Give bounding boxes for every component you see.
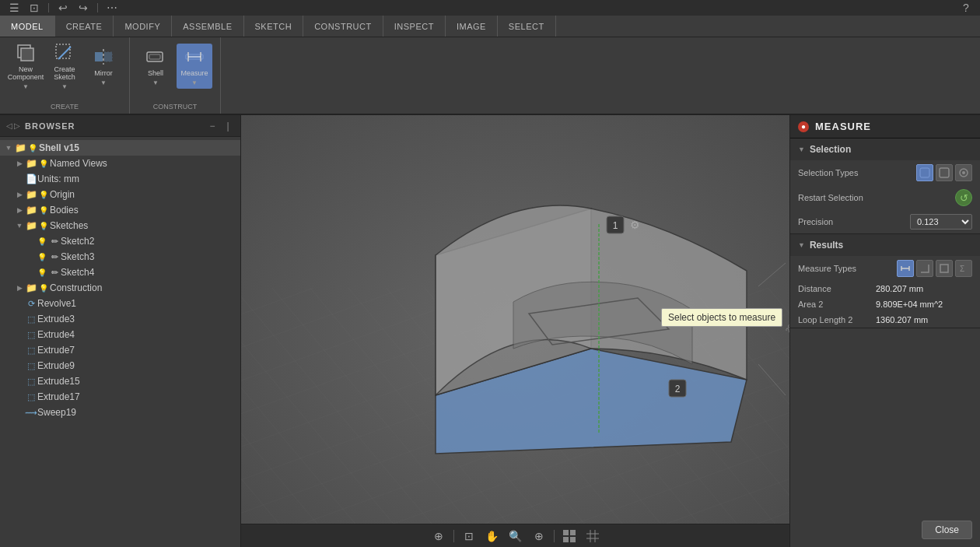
tree-item-origin[interactable]: ▶ 📁 💡 Origin bbox=[0, 187, 240, 202]
ribbon-measure[interactable]: Measure ▼ bbox=[177, 44, 212, 89]
zoom-extent-btn[interactable]: ⊕ bbox=[529, 528, 549, 545]
selection-type-edge-btn[interactable] bbox=[936, 164, 953, 181]
tab-inspect[interactable]: INSPECT bbox=[383, 16, 446, 37]
precision-row: Precision 0.1 0.12 0.123 0.1234 bbox=[790, 210, 980, 233]
distance-label: Distance bbox=[798, 284, 876, 293]
folder-icon: 📁 bbox=[14, 142, 26, 154]
sep bbox=[554, 530, 555, 542]
measure-type-distance-btn[interactable] bbox=[897, 260, 914, 277]
selection-type-vertex-btn[interactable] bbox=[955, 164, 972, 181]
light-icon: 💡 bbox=[37, 282, 50, 294]
ribbon-mirror[interactable]: Mirror ▼ bbox=[86, 44, 121, 89]
menu-icon[interactable]: ☰ bbox=[6, 2, 22, 14]
selection-type-face-btn[interactable] bbox=[916, 164, 933, 181]
close-button[interactable]: Close bbox=[922, 521, 972, 539]
section-arrow-icon: ▼ bbox=[798, 241, 805, 249]
tree-item-root[interactable]: ▼ 📁 💡 Shell v15 bbox=[0, 140, 240, 156]
browser-expand-btn[interactable]: | bbox=[222, 120, 234, 132]
share-icon[interactable]: ⋯ bbox=[104, 2, 120, 14]
tree-item-named-views[interactable]: ▶ 📁 💡 Named Views bbox=[0, 156, 240, 171]
browser-collapse-btn[interactable]: − bbox=[206, 120, 219, 132]
tree-item-sketches[interactable]: ▼ 📁 💡 Sketches bbox=[0, 218, 240, 233]
expand-bodies[interactable]: ▶ bbox=[14, 205, 25, 216]
expand-origin[interactable]: ▶ bbox=[14, 189, 25, 200]
panel-header: ● MEASURE bbox=[790, 115, 980, 139]
section-arrow-icon: ▼ bbox=[798, 146, 805, 153]
sweep-icon: ⟿ bbox=[25, 406, 37, 419]
tab-create[interactable]: CREATE bbox=[55, 16, 114, 37]
display-mode-btn[interactable] bbox=[559, 528, 579, 545]
tree-item-extrude4[interactable]: ⬚ Extrude4 bbox=[0, 327, 240, 342]
precision-select[interactable]: 0.1 0.12 0.123 0.1234 bbox=[910, 214, 972, 230]
svg-rect-28 bbox=[563, 530, 569, 535]
selection-types-label: Selection Types bbox=[798, 168, 912, 177]
ribbon-shell[interactable]: Shell ▼ bbox=[138, 44, 173, 89]
tree-item-extrude15[interactable]: ⬚ Extrude15 bbox=[0, 373, 240, 389]
ribbon-create-sketch[interactable]: CreateSketch ▼ bbox=[47, 44, 82, 89]
tree-item-extrude17[interactable]: ⬚ Extrude17 bbox=[0, 389, 240, 405]
redo-icon[interactable]: ↪ bbox=[75, 2, 91, 14]
menu-bar: MODEL CREATE MODIFY ASSEMBLE SKETCH CONS… bbox=[0, 16, 980, 37]
browser-nav: ◁ ▷ bbox=[6, 121, 20, 130]
create-sketch-label: CreateSketch bbox=[54, 66, 75, 82]
tree-item-sketch3[interactable]: 💡 ✏ Sketch3 bbox=[0, 249, 240, 265]
tab-modify[interactable]: MODIFY bbox=[114, 16, 172, 37]
pan-btn[interactable]: ✋ bbox=[482, 528, 502, 545]
tab-image[interactable]: IMAGE bbox=[446, 16, 498, 37]
results-section: ▼ Results Measure Types Σ bbox=[790, 234, 980, 328]
measure-types-label: Measure Types bbox=[798, 264, 892, 273]
viewport[interactable]: 1 ⚙ 2 280 Select objects to measure ⊕ ⊡ … bbox=[241, 115, 789, 547]
main-area: ◁ ▷ BROWSER − | ▼ 📁 💡 Shell v15 ▶ 📁 💡 bbox=[0, 115, 980, 547]
distance-value: 280.207 mm bbox=[876, 284, 923, 293]
tree-item-sketch4[interactable]: 💡 ✏ Sketch4 bbox=[0, 265, 240, 280]
panel-footer: Close bbox=[790, 513, 980, 547]
expand-sketch4 bbox=[25, 267, 36, 278]
back-arrow-icon[interactable]: ◁ bbox=[6, 121, 12, 130]
tree-item-units[interactable]: 📄 Units: mm bbox=[0, 171, 240, 187]
zoom-in-btn[interactable]: 🔍 bbox=[506, 528, 526, 545]
folder-icon: 📁 bbox=[25, 219, 37, 232]
separator bbox=[48, 3, 49, 12]
tab-select[interactable]: SELECT bbox=[498, 16, 556, 37]
undo-icon[interactable]: ↩ bbox=[55, 2, 71, 14]
expand-named-views[interactable]: ▶ bbox=[14, 158, 25, 169]
tree-item-bodies[interactable]: ▶ 📁 💡 Bodies bbox=[0, 202, 240, 218]
light-icon: 💡 bbox=[26, 142, 39, 154]
forward-arrow-icon[interactable]: ▷ bbox=[14, 121, 20, 130]
panel-close-icon[interactable]: ● bbox=[798, 121, 809, 132]
measure-type-angle-btn[interactable] bbox=[916, 260, 933, 277]
tab-model[interactable]: MODEL bbox=[0, 16, 55, 37]
help-icon[interactable]: ? bbox=[958, 2, 974, 14]
grid-btn[interactable] bbox=[583, 528, 603, 545]
tab-construct[interactable]: CONSTRUCT bbox=[303, 16, 383, 37]
browser-header: ◁ ▷ BROWSER − | bbox=[0, 115, 240, 137]
tab-sketch[interactable]: SKETCH bbox=[244, 16, 304, 37]
fit-view-btn[interactable]: ⊡ bbox=[459, 528, 479, 545]
svg-text:1: 1 bbox=[613, 220, 618, 231]
tree-item-extrude9[interactable]: ⬚ Extrude9 bbox=[0, 358, 240, 373]
measure-type-area-btn[interactable] bbox=[936, 260, 953, 277]
tree-item-construction[interactable]: ▶ 📁 💡 Construction bbox=[0, 280, 240, 296]
expand-construction[interactable]: ▶ bbox=[14, 282, 25, 293]
expand-sketches[interactable]: ▼ bbox=[14, 220, 25, 231]
tree-item-revolve1[interactable]: ⟳ Revolve1 bbox=[0, 296, 240, 311]
selection-section-header[interactable]: ▼ Selection bbox=[790, 139, 980, 160]
results-section-header[interactable]: ▼ Results bbox=[790, 234, 980, 256]
ribbon-new-component[interactable]: NewComponent ▼ bbox=[8, 44, 44, 89]
browser-tree: ▼ 📁 💡 Shell v15 ▶ 📁 💡 Named Views 📄 Unit… bbox=[0, 137, 240, 547]
tree-item-sketch2[interactable]: 💡 ✏ Sketch2 bbox=[0, 233, 240, 249]
sketch-icon: ✏ bbox=[48, 266, 61, 279]
sketch-icon: ✏ bbox=[48, 235, 61, 247]
measure-type-extra-btn[interactable]: Σ bbox=[955, 260, 972, 277]
restart-selection-btn[interactable]: ↺ bbox=[955, 189, 972, 206]
tree-item-sweep19[interactable]: ⟿ Sweep19 bbox=[0, 405, 240, 420]
tree-expand-root[interactable]: ▼ bbox=[3, 142, 14, 153]
window-icon[interactable]: ⊡ bbox=[26, 2, 42, 14]
selection-types-row: Selection Types bbox=[790, 160, 980, 185]
extrude15-label: Extrude15 bbox=[37, 376, 80, 387]
tab-assemble[interactable]: ASSEMBLE bbox=[172, 16, 243, 37]
tree-item-extrude3[interactable]: ⬚ Extrude3 bbox=[0, 311, 240, 327]
sweep19-label: Sweep19 bbox=[37, 407, 76, 418]
cursor-tool-btn[interactable]: ⊕ bbox=[429, 528, 449, 545]
tree-item-extrude7[interactable]: ⬚ Extrude7 bbox=[0, 342, 240, 358]
